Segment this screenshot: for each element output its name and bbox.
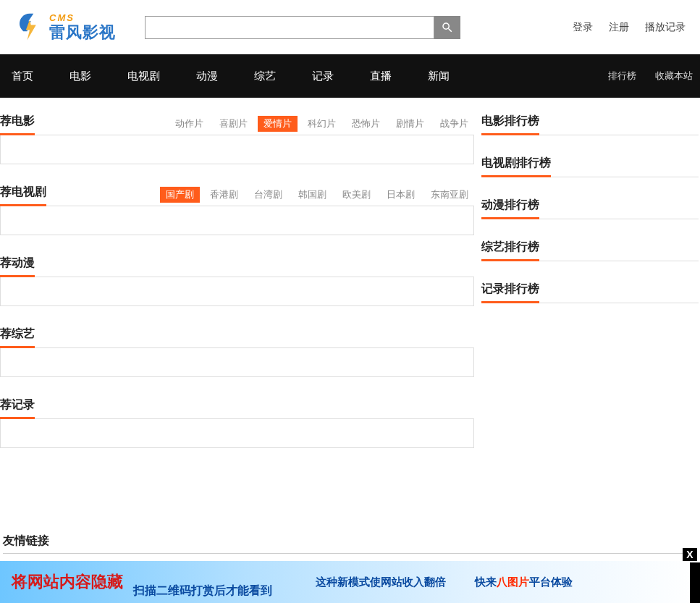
section-tab[interactable]: 科幻片 <box>302 116 342 132</box>
section-tab[interactable]: 欧美剧 <box>337 187 376 203</box>
section-body <box>0 419 474 448</box>
section-head: 荐记录 <box>0 397 474 419</box>
header: CMS 雷风影视 登录 注册 播放记录 <box>0 0 700 54</box>
rank-title: 电影排行榜 <box>481 114 539 135</box>
search-button[interactable] <box>434 16 460 39</box>
section-title: 荐记录 <box>0 397 35 419</box>
rank-section-4: 记录排行榜 <box>481 282 699 303</box>
section-2: 荐动漫 <box>0 256 474 306</box>
banner-close-button[interactable]: X <box>683 548 697 561</box>
section-title: 荐电视剧 <box>0 185 46 206</box>
section-tab[interactable]: 香港剧 <box>204 187 244 203</box>
section-tab[interactable]: 韩国剧 <box>292 187 332 203</box>
rank-head: 记录排行榜 <box>481 282 699 303</box>
rank-title: 动漫排行榜 <box>481 198 539 219</box>
section-title: 荐电影 <box>0 114 35 135</box>
section-body <box>0 135 474 164</box>
logo[interactable]: CMS 雷风影视 <box>14 12 116 43</box>
rank-title: 电视剧排行榜 <box>481 156 551 177</box>
rank-section-1: 电视剧排行榜 <box>481 156 699 177</box>
section-body <box>0 277 474 306</box>
rank-head: 动漫排行榜 <box>481 198 699 219</box>
section-1: 荐电视剧国产剧香港剧台湾剧韩国剧欧美剧日本剧东南亚剧 <box>0 185 474 235</box>
rank-head: 电视剧排行榜 <box>481 156 699 177</box>
nav-item[interactable]: 首页 <box>12 69 33 83</box>
section-title: 荐动漫 <box>0 256 35 277</box>
section-tab[interactable]: 剧情片 <box>390 116 430 132</box>
section-4: 荐记录 <box>0 397 474 448</box>
rank-head: 综艺排行榜 <box>481 240 699 261</box>
section-body <box>0 348 474 377</box>
nav-favorite-link[interactable]: 收藏本站 <box>655 69 693 83</box>
section-0: 荐电影动作片喜剧片爱情片科幻片恐怖片剧情片战争片 <box>0 114 474 164</box>
section-head: 荐电影动作片喜剧片爱情片科幻片恐怖片剧情片战争片 <box>0 114 474 135</box>
section-head: 荐电视剧国产剧香港剧台湾剧韩国剧欧美剧日本剧东南亚剧 <box>0 185 474 206</box>
rank-section-0: 电影排行榜 <box>481 114 699 135</box>
rank-section-3: 综艺排行榜 <box>481 240 699 261</box>
section-tab[interactable]: 台湾剧 <box>248 187 288 203</box>
register-link[interactable]: 注册 <box>609 21 629 34</box>
login-link[interactable]: 登录 <box>573 21 593 34</box>
search-input[interactable] <box>145 16 434 39</box>
search-icon <box>441 21 454 34</box>
search-box <box>145 16 460 39</box>
nav-item[interactable]: 电影 <box>69 69 91 83</box>
logo-name-label: 雷风影视 <box>49 24 116 41</box>
section-tab[interactable]: 东南亚剧 <box>425 187 474 203</box>
section-tab[interactable]: 动作片 <box>169 116 209 132</box>
section-title: 荐综艺 <box>0 326 35 348</box>
nav-right: 排行榜 收藏本站 <box>608 69 693 83</box>
section-tab[interactable]: 战争片 <box>434 116 474 132</box>
section-body <box>0 206 474 235</box>
header-links: 登录 注册 播放记录 <box>573 21 686 34</box>
section-3: 荐综艺 <box>0 326 474 377</box>
main-nav: 首页 电影 电视剧 动漫 综艺 记录 直播 新闻 排行榜 收藏本站 <box>0 54 700 98</box>
nav-main: 首页 电影 电视剧 动漫 综艺 记录 直播 新闻 <box>12 69 450 83</box>
banner-text-1: 将网站内容隐藏 <box>12 571 123 593</box>
friend-links-title: 友情链接 <box>3 534 49 547</box>
friend-links-head: 友情链接 <box>3 534 697 554</box>
banner-text-4: 快来八图片平台体验 <box>475 575 573 589</box>
nav-rank-link[interactable]: 排行榜 <box>608 69 636 83</box>
rank-title: 综艺排行榜 <box>481 240 539 261</box>
section-head: 荐动漫 <box>0 256 474 277</box>
section-tab[interactable]: 国产剧 <box>160 187 200 203</box>
history-link[interactable]: 播放记录 <box>645 21 686 34</box>
bottom-banner: X 将网站内容隐藏 扫描二维码打赏后才能看到 这种新模式使网站收入翻倍 快来八图… <box>0 561 700 603</box>
nav-item[interactable]: 动漫 <box>196 69 218 83</box>
rank-section-2: 动漫排行榜 <box>481 198 699 219</box>
main-right: 电影排行榜电视剧排行榜动漫排行榜综艺排行榜记录排行榜 <box>481 114 699 468</box>
section-tabs: 国产剧香港剧台湾剧韩国剧欧美剧日本剧东南亚剧 <box>160 187 474 206</box>
nav-item[interactable]: 直播 <box>370 69 392 83</box>
nav-item[interactable]: 综艺 <box>254 69 276 83</box>
logo-text: CMS 雷风影视 <box>49 13 116 41</box>
nav-item[interactable]: 电视剧 <box>127 69 160 83</box>
banner-text-2: 扫描二维码打赏后才能看到 <box>133 583 272 599</box>
nav-item[interactable]: 新闻 <box>428 69 450 83</box>
section-tab[interactable]: 爱情片 <box>258 116 298 132</box>
rank-title: 记录排行榜 <box>481 282 539 303</box>
section-head: 荐综艺 <box>0 326 474 348</box>
nav-item[interactable]: 记录 <box>312 69 334 83</box>
corner-block <box>690 562 700 603</box>
logo-icon <box>14 12 45 43</box>
banner-text-3: 这种新模式使网站收入翻倍 <box>316 575 446 589</box>
main-content: 荐电影动作片喜剧片爱情片科幻片恐怖片剧情片战争片荐电视剧国产剧香港剧台湾剧韩国剧… <box>0 98 700 468</box>
rank-head: 电影排行榜 <box>481 114 699 135</box>
logo-cms-label: CMS <box>49 13 116 23</box>
section-tab[interactable]: 喜剧片 <box>214 116 253 132</box>
section-tabs: 动作片喜剧片爱情片科幻片恐怖片剧情片战争片 <box>169 116 474 135</box>
section-tab[interactable]: 日本剧 <box>381 187 421 203</box>
main-left: 荐电影动作片喜剧片爱情片科幻片恐怖片剧情片战争片荐电视剧国产剧香港剧台湾剧韩国剧… <box>0 114 474 468</box>
section-tab[interactable]: 恐怖片 <box>346 116 386 132</box>
